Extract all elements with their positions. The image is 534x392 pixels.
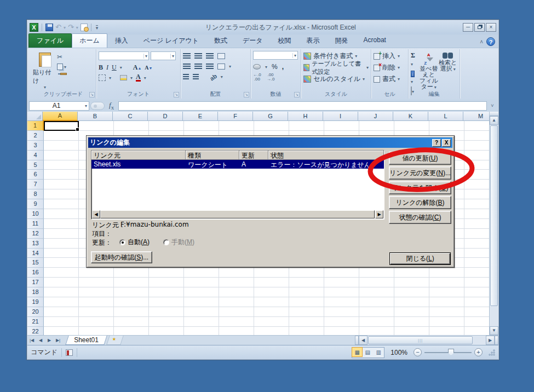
- grid-cell-I16[interactable]: [324, 268, 359, 278]
- underline-icon[interactable]: U: [112, 64, 117, 72]
- row-header-15[interactable]: 15: [27, 258, 44, 268]
- vertical-scrollbar[interactable]: ▲ ▼: [489, 112, 498, 335]
- grid-cell-D22[interactable]: [149, 327, 184, 335]
- grid-cell-E22[interactable]: [184, 327, 219, 335]
- column-header-C[interactable]: C: [113, 112, 148, 121]
- grid-cell-L21[interactable]: [429, 317, 464, 327]
- grid-cell-E21[interactable]: [184, 317, 219, 327]
- format-painter-icon[interactable]: [60, 73, 67, 75]
- grid-cell-F1[interactable]: [219, 121, 254, 131]
- page-layout-view-button[interactable]: ▤: [362, 348, 373, 358]
- grid-cell-B17[interactable]: [79, 278, 114, 287]
- grid-cell-G21[interactable]: [254, 317, 289, 327]
- insert-function-icon[interactable]: fx: [106, 101, 117, 111]
- column-header-G[interactable]: G: [253, 112, 288, 121]
- grid-cell-I19[interactable]: [324, 297, 359, 307]
- grid-cell-F22[interactable]: [219, 327, 254, 335]
- last-sheet-icon[interactable]: ▶|: [54, 336, 62, 345]
- decrease-decimal-icon[interactable]: .00→.0: [267, 73, 275, 82]
- change-source-button[interactable]: リンク元の変更(N)...: [389, 166, 451, 180]
- grid-cell-E17[interactable]: [184, 278, 219, 287]
- sheet-tab-Sheet01[interactable]: Sheet01: [65, 336, 107, 345]
- scroll-down-icon[interactable]: ▼: [490, 326, 498, 335]
- grid-cell-F20[interactable]: [219, 307, 254, 317]
- wrap-text-icon[interactable]: [217, 53, 225, 59]
- row-header-5[interactable]: 5: [27, 160, 44, 170]
- grid-cell-B1[interactable]: [79, 121, 114, 131]
- select-all-corner[interactable]: [27, 112, 43, 121]
- borders-icon[interactable]: [99, 74, 106, 81]
- grid-cell-B22[interactable]: [79, 327, 114, 335]
- column-header-A[interactable]: A: [43, 112, 78, 121]
- grid-cell-J17[interactable]: [359, 278, 394, 287]
- grid-cell-L17[interactable]: [429, 278, 464, 287]
- tab-データ[interactable]: データ: [235, 33, 271, 48]
- scroll-up-icon[interactable]: ▲: [490, 116, 498, 125]
- normal-view-button[interactable]: ▦: [352, 347, 363, 357]
- dialog-launcher-icon[interactable]: ↘: [244, 92, 249, 97]
- grid-cell-J19[interactable]: [359, 297, 394, 307]
- grid-cell-A2[interactable]: [44, 131, 79, 141]
- break-link-button[interactable]: リンクの解除(B): [389, 196, 451, 209]
- column-header-F[interactable]: F: [218, 112, 253, 121]
- row-header-20[interactable]: 20: [27, 307, 44, 317]
- column-header-I[interactable]: I: [323, 112, 358, 121]
- tab-Acrobat[interactable]: Acrobat: [356, 33, 394, 48]
- grid-cell-B19[interactable]: [79, 297, 114, 307]
- format-as-table-button[interactable]: テーブルとして書式設定▾: [303, 62, 369, 73]
- row-header-4[interactable]: 4: [27, 151, 44, 160]
- help-icon[interactable]: ?: [486, 37, 495, 46]
- grid-cell-C16[interactable]: [114, 268, 149, 278]
- tab-開発[interactable]: 開発: [328, 33, 356, 48]
- column-header-H[interactable]: H: [288, 112, 323, 121]
- column-header-D[interactable]: D: [148, 112, 183, 121]
- grid-cell-A15[interactable]: [44, 258, 79, 268]
- grid-cell-I21[interactable]: [324, 317, 359, 327]
- grid-cell-A22[interactable]: [44, 327, 79, 335]
- cut-icon[interactable]: ✂: [57, 53, 67, 61]
- list-scroll-left-icon[interactable]: ◀: [92, 210, 100, 218]
- grid-cell-G18[interactable]: [254, 287, 289, 297]
- grid-cell-H20[interactable]: [289, 307, 324, 317]
- column-header-J[interactable]: J: [358, 112, 393, 121]
- redo-icon[interactable]: ↷: [68, 24, 74, 31]
- dialog-close-icon[interactable]: X: [442, 139, 451, 147]
- grid-cell-A20[interactable]: [44, 307, 79, 317]
- align-center-icon[interactable]: [194, 64, 202, 70]
- prev-sheet-icon[interactable]: ◀: [36, 336, 45, 345]
- grid-cell-E18[interactable]: [184, 287, 219, 297]
- grid-cell-C1[interactable]: [114, 121, 149, 131]
- grid-cell-I22[interactable]: [324, 327, 359, 335]
- grid-cell-I18[interactable]: [324, 287, 359, 297]
- grid-cell-G20[interactable]: [254, 307, 289, 317]
- align-middle-icon[interactable]: [194, 53, 202, 59]
- vertical-scroll-thumb[interactable]: [490, 125, 498, 306]
- column-header-E[interactable]: E: [183, 112, 218, 121]
- horizontal-split-handle[interactable]: [495, 336, 498, 345]
- formula-input[interactable]: [118, 101, 487, 111]
- dialog-help-icon[interactable]: ?: [432, 139, 441, 147]
- grid-cell-G1[interactable]: [254, 121, 289, 131]
- scroll-left-icon[interactable]: ◀: [359, 336, 368, 345]
- grid-cell-E16[interactable]: [184, 268, 219, 278]
- row-header-17[interactable]: 17: [27, 278, 44, 287]
- row-header-12[interactable]: 12: [27, 229, 44, 239]
- row-header-7[interactable]: 7: [27, 180, 44, 189]
- grid-cell-E19[interactable]: [184, 297, 219, 307]
- orientation-icon[interactable]: ab: [209, 72, 218, 82]
- grid-cell-J22[interactable]: [359, 327, 394, 335]
- grid-cell-A7[interactable]: [44, 180, 79, 189]
- open-source-button[interactable]: リンク元を開く(O): [389, 181, 451, 194]
- row-header-8[interactable]: 8: [27, 189, 44, 199]
- grid-cell-I17[interactable]: [324, 278, 359, 287]
- grid-cell-J20[interactable]: [359, 307, 394, 317]
- grid-cell-A18[interactable]: [44, 287, 79, 297]
- check-status-button[interactable]: 状態の確認(C): [389, 211, 451, 224]
- cell-styles-button[interactable]: セルのスタイル▾: [303, 73, 369, 85]
- autosum-icon[interactable]: Σ ▾: [411, 51, 417, 67]
- grid-cell-K1[interactable]: [394, 121, 429, 131]
- grid-cell-L19[interactable]: [429, 297, 464, 307]
- macro-record-icon[interactable]: [66, 349, 73, 356]
- grid-cell-F17[interactable]: [219, 278, 254, 287]
- grid-cell-C17[interactable]: [114, 278, 149, 287]
